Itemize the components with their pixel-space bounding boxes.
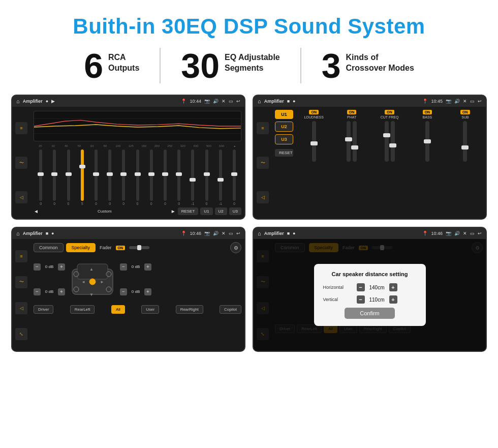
svg-text:▲: ▲ [89, 267, 94, 272]
dialog-box: Car speaker distance setting Horizontal … [314, 264, 426, 326]
freq-label-6: 100 [112, 144, 124, 147]
loudness-slider[interactable] [312, 121, 316, 162]
freq-label-13: 500 [203, 144, 215, 147]
dot2-icon: ■ [287, 99, 290, 104]
screen4-time: 10:46 [431, 231, 443, 236]
dot3-icon: ● [293, 99, 295, 104]
confirm-button[interactable]: Confirm [345, 308, 395, 319]
vol-tr-minus[interactable]: − [120, 263, 127, 271]
vol-tl-plus[interactable]: + [58, 263, 65, 271]
eq-slider-3[interactable]: 5 [76, 150, 88, 205]
phat-slider-f[interactable] [353, 121, 357, 162]
arrows-icon[interactable]: ⤡ [15, 328, 27, 340]
freq-label-4: 63 [86, 144, 98, 147]
svg-point-9 [89, 279, 96, 285]
copilot-button[interactable]: Copilot [220, 305, 241, 314]
vol-br-minus[interactable]: − [120, 288, 127, 295]
vol-tl-minus[interactable]: − [34, 263, 41, 271]
bass-slider[interactable] [425, 121, 429, 162]
eq-mode-label: Custom [41, 209, 169, 214]
car-layout: − 0 dB + − 0 dB + [34, 256, 241, 302]
home-icon[interactable]: ⌂ [16, 98, 20, 104]
vertical-minus-button[interactable]: − [357, 295, 365, 304]
home-icon-3[interactable]: ⌂ [16, 230, 20, 236]
eq-slider-12[interactable]: 0 [200, 150, 212, 205]
vol-bl-plus[interactable]: + [58, 288, 65, 295]
location4-icon: 📍 [422, 231, 428, 236]
home-icon-4[interactable]: ⌂ [258, 230, 261, 236]
screen-dialog: ⌂ Amplifier ■ ● 📍 10:46 📷 🔊 ✕ ▭ ↩ ≡ 〜 ◁ … [253, 227, 487, 352]
vol-tr-plus[interactable]: + [144, 263, 151, 271]
driver-button[interactable]: Driver [34, 305, 53, 314]
eq-slider-10[interactable]: 0 [173, 150, 185, 205]
eq3-icon[interactable]: ≡ [15, 250, 27, 262]
amp2-reset-button[interactable]: RESET [275, 149, 293, 157]
screen2-topbar: ⌂ Amplifier ■ ● 📍 10:45 📷 🔊 ✕ ▭ ↩ [254, 96, 486, 107]
phat-slider-g[interactable] [347, 121, 351, 162]
cutfreq-slider-g[interactable] [391, 121, 395, 162]
col-phat: ON PHAT [334, 110, 369, 216]
vol-bl-minus[interactable]: − [34, 288, 41, 295]
freq-label-0: 25 [35, 144, 46, 147]
dialog-vertical-row: Vertical − 110cm + [323, 295, 417, 304]
u1-button[interactable]: U1 [275, 110, 293, 119]
eq-slider-6[interactable]: 0 [117, 150, 130, 205]
eq-slider-14[interactable]: 0 [228, 150, 240, 205]
u2-button[interactable]: U2 [275, 122, 293, 132]
fader-slider[interactable] [129, 246, 149, 249]
col-sub: ON SUB [448, 110, 483, 216]
eq-slider-5[interactable]: 0 [104, 150, 116, 205]
freq-label-5: 80 [100, 144, 111, 147]
eq-slider-2[interactable]: 0 [62, 150, 74, 205]
rearright-button[interactable]: RearRight [176, 305, 203, 314]
eq2-icon[interactable]: ≡ [257, 122, 269, 134]
eq-slider-11[interactable]: -1 [186, 150, 199, 205]
eq-u3-button[interactable]: U3 [229, 207, 241, 215]
eq-graph [34, 111, 241, 141]
eq-slider-9[interactable]: 0 [159, 150, 171, 205]
eq-reset-button[interactable]: RESET [178, 207, 199, 215]
eq-slider-4[interactable]: 0 [90, 150, 102, 205]
eq-slider-13[interactable]: -1 [214, 150, 227, 205]
vertical-plus-button[interactable]: + [389, 295, 397, 304]
eq-slider-8[interactable]: 0 [145, 150, 158, 205]
home-icon-2[interactable]: ⌂ [258, 98, 261, 104]
eq-u1-button[interactable]: U1 [200, 207, 212, 215]
eq-next-button[interactable]: ► [171, 208, 176, 214]
eq-prev-button[interactable]: ◄ [34, 208, 39, 214]
eq-u2-button[interactable]: U2 [215, 207, 227, 215]
eq-icon[interactable]: ≡ [15, 122, 27, 134]
common-tab[interactable]: Common [34, 243, 64, 252]
settings-icon[interactable]: ⚙ [230, 242, 241, 253]
eq-slider-1[interactable]: 0 [48, 150, 60, 205]
eq-slider-7[interactable]: 0 [131, 150, 143, 205]
wave2-icon[interactable]: 〜 [257, 157, 269, 169]
wave-icon[interactable]: 〜 [15, 157, 27, 169]
user-button[interactable]: User [141, 305, 159, 314]
freq-expand[interactable]: » [229, 144, 241, 147]
rearleft-button[interactable]: RearLeft [70, 305, 95, 314]
u3-button[interactable]: U3 [275, 134, 293, 144]
window4-icon: ▭ [470, 231, 475, 236]
dot-icon: ● [46, 99, 48, 104]
stat-label-rca: RCAOutputs [108, 52, 139, 74]
all-button[interactable]: All [111, 305, 125, 314]
eq-slider-0[interactable]: 0 [35, 150, 47, 205]
stat-label-eq: EQ AdjustableSegments [225, 52, 280, 74]
location3-icon: 📍 [181, 231, 186, 236]
speaker2-icon[interactable]: ◁ [257, 191, 269, 203]
specialty-tab[interactable]: Specialty [66, 243, 96, 252]
volume2-icon: 🔊 [454, 99, 460, 104]
wave3-icon[interactable]: 〜 [15, 276, 27, 288]
vol-bl-value: 0 dB [42, 289, 56, 294]
vol-br-plus[interactable]: + [144, 288, 151, 295]
screen3-title: Amplifier [23, 231, 43, 236]
horizontal-minus-button[interactable]: − [357, 283, 365, 291]
speaker-icon[interactable]: ◁ [15, 191, 27, 203]
cutfreq-slider-f[interactable] [385, 121, 389, 162]
horizontal-plus-button[interactable]: + [389, 283, 397, 291]
sub-slider[interactable] [463, 121, 467, 162]
speaker3-icon[interactable]: ◁ [15, 302, 27, 314]
close3-icon: ✕ [222, 231, 226, 236]
dot5-icon: ● [51, 231, 54, 236]
